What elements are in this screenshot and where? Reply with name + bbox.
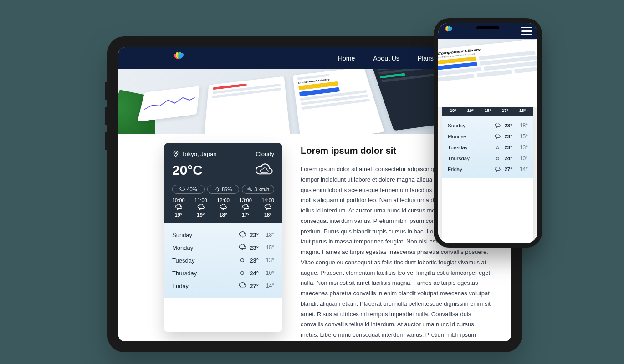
hour-slot: 13:0017° — [500, 107, 511, 113]
hour-slot: 11:0019° — [194, 197, 207, 217]
nav-link-home[interactable]: Home — [338, 55, 355, 62]
phone-device-frame: Component Library BUTTONS & INPUT FIELDS… — [434, 18, 542, 248]
cloud-rain-icon — [220, 204, 227, 211]
phone-notch — [476, 26, 499, 29]
nav-link-about[interactable]: About Us — [373, 55, 399, 62]
hour-slot: 12:0018° — [217, 197, 230, 217]
weather-condition: Cloudy — [256, 151, 274, 157]
day-row: Sunday23°18° — [448, 120, 528, 131]
sun-icon — [495, 145, 501, 151]
svg-point-5 — [496, 157, 499, 159]
cloud-rain-icon — [239, 244, 246, 251]
day-row: Friday27°14° — [172, 279, 274, 292]
hour-slot: 12:0018° — [482, 107, 493, 113]
weather-temperature: 20°C — [172, 162, 203, 178]
weather-location: Tokyo, Japan — [182, 151, 217, 157]
day-row: Monday23°15° — [172, 241, 274, 254]
nav-link-plans[interactable]: Plans — [418, 55, 434, 62]
wind-icon — [247, 187, 252, 192]
day-row: Friday27°14° — [448, 164, 528, 175]
logo-icon — [173, 52, 185, 64]
cloud-rain-icon — [175, 204, 182, 211]
burger-icon — [521, 27, 532, 28]
humidity-icon — [215, 187, 220, 192]
day-row: Monday23°15° — [448, 131, 528, 142]
phone-body: Tokyo, Japan Cloudy 20°C 40% 86% 3 km/h — [438, 107, 537, 243]
menu-button[interactable] — [521, 27, 532, 35]
sun-icon — [495, 156, 501, 162]
logo-icon — [444, 26, 454, 36]
cloud-rain-icon — [495, 134, 501, 140]
rain-icon — [179, 187, 185, 192]
weather-widget: Tokyo, Japan Cloudy 20°C 40% — [164, 143, 282, 332]
hour-slot: 14:0018° — [261, 197, 274, 217]
hour-slot: 11:0019° — [465, 107, 476, 113]
cloud-rain-icon — [495, 123, 501, 129]
svg-point-0 — [175, 152, 176, 153]
precip-pill: 40% — [172, 185, 205, 194]
cloud-rain-icon — [242, 204, 249, 211]
app-logo[interactable] — [444, 26, 454, 36]
phone-hero: Component Library BUTTONS & INPUT FIELDS… — [438, 39, 537, 107]
hour-slot: 10:0019° — [172, 197, 185, 217]
hour-slot: 13:0017° — [239, 197, 252, 217]
cloud-rain-icon — [495, 167, 501, 172]
sun-icon — [239, 257, 246, 264]
day-row: Thursday24°10° — [172, 267, 274, 279]
app-logo[interactable] — [173, 52, 185, 64]
svg-point-2 — [241, 272, 244, 275]
day-row: Thursday24°10° — [448, 153, 528, 164]
day-row: Sunday23°18° — [172, 228, 274, 241]
day-row: Tuesday23°13° — [448, 142, 528, 153]
wind-pill: 3 km/h — [242, 185, 274, 194]
phone-navbar — [438, 23, 537, 39]
cloud-icon — [254, 160, 274, 180]
weather-stats: 40% 86% 3 km/h — [172, 185, 274, 194]
weather-widget-mobile: Tokyo, Japan Cloudy 20°C 40% 86% 3 km/h — [442, 107, 533, 243]
cloud-rain-icon — [239, 282, 246, 289]
svg-point-4 — [496, 146, 499, 148]
daily-forecast: Sunday23°18° Monday23°15° Tuesday23°13° … — [164, 223, 282, 298]
hour-slot: 10:0019° — [448, 107, 459, 113]
day-row: Tuesday23°13° — [172, 254, 274, 267]
cloud-rain-icon — [197, 204, 205, 211]
hero-mockup: Component Library BUTTONS & INPUT FIELDS… — [438, 39, 537, 107]
phone-screen: Component Library BUTTONS & INPUT FIELDS… — [438, 23, 537, 243]
svg-point-1 — [241, 259, 244, 262]
hourly-forecast: 10:0019° 11:0019° 12:0018° 13:0017° 14:0… — [172, 197, 274, 217]
humidity-pill: 86% — [207, 185, 240, 194]
cloud-rain-icon — [239, 231, 246, 238]
cloud-rain-icon — [264, 204, 271, 211]
hour-slot: 14:0018° — [517, 107, 528, 113]
sun-icon — [239, 269, 246, 277]
pin-icon — [172, 150, 179, 157]
